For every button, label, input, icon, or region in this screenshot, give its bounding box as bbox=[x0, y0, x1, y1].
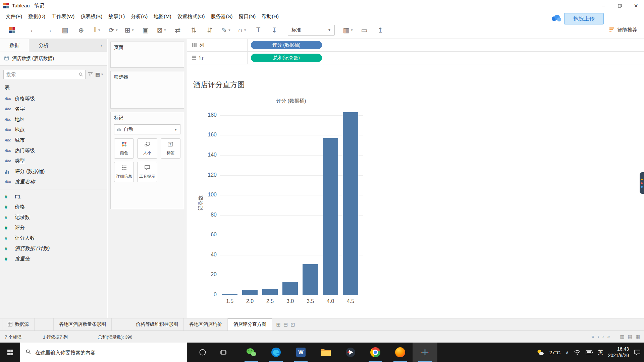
new-story-tab-icon[interactable]: ⊡ bbox=[290, 321, 295, 328]
columns-shelf[interactable]: 列 评分 (数据桶) bbox=[187, 39, 644, 52]
menu-item-9[interactable]: 窗口(N) bbox=[235, 11, 259, 21]
first-sheet-icon[interactable]: « bbox=[591, 334, 594, 339]
input-language-indicator[interactable]: 英 bbox=[598, 349, 603, 356]
filter-fields-icon[interactable] bbox=[88, 72, 93, 77]
rows-shelf[interactable]: 行 总和(记录数) bbox=[187, 52, 644, 64]
columns-pill[interactable]: 评分 (数据桶) bbox=[251, 41, 322, 49]
battery-icon[interactable] bbox=[586, 350, 593, 354]
field-名字[interactable]: Abc名字 bbox=[0, 104, 107, 114]
show-me-button[interactable]: 智能推荐 bbox=[609, 27, 640, 33]
taskbar-app-file-explorer[interactable] bbox=[313, 343, 338, 362]
close-button[interactable]: × bbox=[628, 0, 644, 11]
maximize-button[interactable] bbox=[612, 0, 628, 11]
menu-item-5[interactable]: 分析(A) bbox=[128, 11, 151, 21]
mark-type-dropdown[interactable]: 自动 ▼ bbox=[114, 124, 180, 134]
drag-upload-button[interactable]: 拖拽上传 bbox=[564, 13, 604, 24]
save-button[interactable]: ▤ bbox=[57, 24, 73, 37]
detail-button[interactable]: 详细信息 bbox=[114, 162, 134, 182]
field-地区[interactable]: Abc地区 bbox=[0, 114, 107, 125]
bar-3.5[interactable] bbox=[303, 264, 318, 295]
field-评分[interactable]: #评分 bbox=[0, 223, 107, 233]
sheet-tab[interactable]: 价格等级堆积柱形图 bbox=[130, 318, 184, 330]
next-sheet-icon[interactable]: › bbox=[602, 334, 604, 339]
sheet-tab[interactable]: 各地区酒店数量条形图 bbox=[53, 318, 112, 330]
color-button[interactable]: 颜色 bbox=[114, 138, 134, 159]
show-hide-cards-button[interactable]: ▥▼ bbox=[340, 24, 356, 37]
bar-2.0[interactable] bbox=[242, 290, 258, 295]
tab-analytics[interactable]: 分析 bbox=[29, 39, 58, 52]
field-评分 (数据桶)[interactable]: 评分 (数据桶) bbox=[0, 166, 107, 177]
field-度量名称[interactable]: Abc度量名称 bbox=[0, 177, 107, 187]
taskbar-app-word[interactable]: W bbox=[288, 343, 313, 362]
swap-axes-button[interactable]: ⇄ bbox=[170, 24, 186, 37]
field-酒店数据 (计数)[interactable]: #酒店数据 (计数) bbox=[0, 243, 107, 254]
taskbar-search-box[interactable] bbox=[20, 343, 187, 362]
share-button[interactable]: ↥ bbox=[372, 24, 388, 37]
field-记录数[interactable]: #记录数 bbox=[0, 212, 107, 223]
cortana-button[interactable] bbox=[193, 343, 213, 362]
duplicate-sheet-button[interactable]: ▣ bbox=[138, 24, 154, 37]
field-城市[interactable]: Abc城市 bbox=[0, 135, 107, 145]
taskbar-app-tableau[interactable] bbox=[413, 343, 437, 362]
bar-2.5[interactable] bbox=[262, 289, 278, 295]
weather-icon[interactable] bbox=[536, 349, 544, 356]
forward-button[interactable]: → bbox=[41, 24, 57, 37]
menu-item-6[interactable]: 地图(M) bbox=[151, 11, 174, 21]
last-sheet-icon[interactable]: » bbox=[607, 334, 610, 339]
show-mark-labels-button[interactable]: T bbox=[250, 24, 266, 37]
pause-updates-button[interactable]: ‖▼ bbox=[89, 24, 105, 37]
menu-item-0[interactable]: 文件(F) bbox=[3, 11, 25, 21]
toolbar-tableau-logo-button[interactable] bbox=[4, 24, 20, 37]
bar-1.5[interactable] bbox=[222, 294, 237, 295]
back-button[interactable]: ← bbox=[25, 24, 41, 37]
tray-expand-icon[interactable]: ∧ bbox=[566, 350, 569, 355]
sort-descending-button[interactable]: ⇵ bbox=[202, 24, 218, 37]
field-地点[interactable]: Abc地点 bbox=[0, 125, 107, 135]
taskbar-app-firefox[interactable] bbox=[388, 343, 413, 362]
presentation-mode-button[interactable]: ▭ bbox=[356, 24, 372, 37]
menu-item-7[interactable]: 设置格式(O) bbox=[174, 11, 208, 21]
view-options-button[interactable]: ▦▼ bbox=[95, 71, 104, 77]
tab-datasource[interactable]: 数据源 bbox=[2, 318, 35, 330]
sheet-tab[interactable]: 各地区酒店均价 bbox=[184, 318, 228, 330]
menu-item-10[interactable]: 帮助(H) bbox=[259, 11, 282, 21]
clear-sheet-button[interactable]: ⊠▼ bbox=[154, 24, 170, 37]
label-button[interactable]: T 标签 bbox=[161, 138, 180, 159]
sort-ascending-button[interactable]: ⇅ bbox=[186, 24, 202, 37]
new-datasource-button[interactable]: ⊕ bbox=[73, 24, 89, 37]
show-sheet-sorter-icon[interactable]: ▦ bbox=[636, 334, 640, 339]
field-search-box[interactable] bbox=[3, 70, 86, 79]
field-价格等级[interactable]: Abc价格等级 bbox=[0, 94, 107, 104]
show-tabs-view-icon[interactable]: ▥ bbox=[620, 334, 624, 339]
taskbar-app-edge[interactable] bbox=[264, 343, 288, 362]
tooltip-button[interactable]: 工具提示 bbox=[137, 162, 157, 182]
new-worksheet-button[interactable]: ⊞▼ bbox=[121, 24, 138, 37]
edge-widget[interactable] bbox=[640, 172, 644, 194]
new-dashboard-tab-icon[interactable]: ⊟ bbox=[283, 321, 287, 328]
field-热门等级[interactable]: Abc热门等级 bbox=[0, 145, 107, 156]
start-button[interactable] bbox=[0, 343, 20, 362]
prev-sheet-icon[interactable]: ‹ bbox=[597, 334, 599, 339]
menu-item-3[interactable]: 仪表板(B) bbox=[77, 11, 105, 21]
field-评分人数[interactable]: #评分人数 bbox=[0, 233, 107, 243]
network-icon[interactable] bbox=[574, 350, 581, 355]
taskbar-app-chrome[interactable] bbox=[363, 343, 388, 362]
menu-item-1[interactable]: 数据(D) bbox=[25, 11, 48, 21]
taskbar-app-wechat[interactable] bbox=[239, 343, 264, 362]
field-度量值[interactable]: #度量值 bbox=[0, 254, 107, 264]
rows-pill[interactable]: 总和(记录数) bbox=[251, 54, 322, 62]
collapse-pane-icon[interactable]: ‹ bbox=[96, 39, 107, 52]
bar-4.5[interactable] bbox=[343, 112, 358, 295]
action-center-icon[interactable] bbox=[634, 349, 641, 355]
clock[interactable]: 16:43 2021/8/28 bbox=[608, 346, 629, 359]
minimize-button[interactable]: – bbox=[596, 0, 612, 11]
highlight-button[interactable]: ✎▼ bbox=[218, 24, 234, 37]
fix-axes-button[interactable]: ↧ bbox=[266, 24, 282, 37]
menu-item-8[interactable]: 服务器(S) bbox=[208, 11, 235, 21]
field-search-input[interactable] bbox=[4, 72, 78, 77]
datasource-row[interactable]: 酒店数据 (酒店数据) bbox=[0, 52, 107, 66]
fit-dropdown[interactable]: 标准▼ bbox=[288, 25, 335, 36]
taskbar-search-input[interactable] bbox=[35, 349, 181, 356]
new-worksheet-tab-icon[interactable]: ⊞ bbox=[276, 321, 280, 328]
group-members-button[interactable]: ∩▼ bbox=[234, 24, 250, 37]
